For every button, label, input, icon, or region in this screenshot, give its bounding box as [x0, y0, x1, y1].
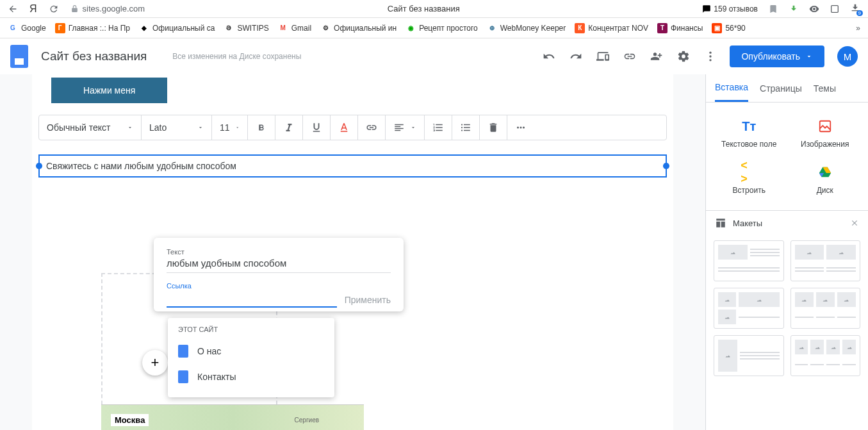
- svg-point-10: [523, 127, 525, 129]
- link-url-input[interactable]: [167, 291, 337, 308]
- map-block[interactable]: Москва Сергиев: [101, 404, 364, 430]
- layout-3[interactable]: [714, 288, 784, 329]
- bookmarks-bar: GGoogle ГГлавная :.: На Пр ◆Официальный …: [0, 18, 868, 38]
- insert-drive[interactable]: Диск: [790, 159, 861, 200]
- bookmarks-more-icon[interactable]: »: [856, 24, 860, 33]
- page-icon: [178, 370, 188, 383]
- embed-icon: < >: [741, 164, 757, 181]
- svg-point-9: [520, 127, 522, 129]
- url-box[interactable]: sites.google.com: [70, 4, 145, 13]
- bookmark-webmoney[interactable]: ⊕WebMoney Keeper: [487, 23, 566, 33]
- bookmark-icon[interactable]: [768, 4, 778, 14]
- font-select[interactable]: Lato: [142, 115, 212, 140]
- insert-textbox[interactable]: ТтТекстовое поле: [714, 113, 785, 154]
- extension-icon[interactable]: [830, 4, 840, 14]
- svg-point-4: [710, 59, 712, 61]
- download-icon[interactable]: [789, 4, 799, 14]
- text-icon: Тт: [741, 118, 757, 135]
- back-icon[interactable]: [8, 4, 18, 14]
- yandex-icon[interactable]: Я: [29, 3, 37, 15]
- cta-button[interactable]: Нажми меня: [51, 78, 167, 103]
- eye-icon[interactable]: [809, 4, 819, 14]
- sites-logo[interactable]: [10, 45, 28, 68]
- insert-embed[interactable]: < >Встроить: [714, 159, 785, 200]
- overflow-icon[interactable]: [515, 122, 527, 133]
- link-text-label: Текст: [167, 248, 391, 256]
- avatar[interactable]: М: [837, 46, 858, 67]
- bookmark-official[interactable]: ◆Официальный са: [139, 23, 215, 33]
- bookmark-gmail[interactable]: MGmail: [278, 23, 311, 33]
- bullet-list-icon[interactable]: [460, 122, 471, 133]
- bookmark-google[interactable]: GGoogle: [8, 23, 46, 33]
- insert-link-icon[interactable]: [366, 122, 377, 133]
- link-popup: Текст любым удобным способом Ссылка Прим…: [154, 238, 404, 311]
- bookmark-finance[interactable]: ТФинансы: [657, 23, 703, 33]
- reload-icon[interactable]: [49, 4, 59, 14]
- tab-themes[interactable]: Темы: [814, 74, 836, 102]
- svg-point-2: [710, 52, 712, 54]
- sidebar: Вставка Страницы Темы ТтТекстовое поле И…: [705, 74, 868, 430]
- bookmark-home[interactable]: ГГлавная :.: На Пр: [55, 23, 130, 33]
- layout-1[interactable]: [714, 240, 784, 281]
- add-fab[interactable]: +: [142, 350, 168, 376]
- layout-2[interactable]: [790, 240, 861, 281]
- textcolor-icon[interactable]: [338, 122, 350, 133]
- bookmark-5690[interactable]: ▣56*90: [712, 23, 745, 33]
- close-icon[interactable]: [850, 219, 859, 227]
- layouts-header[interactable]: Макеты: [706, 210, 868, 235]
- bookmark-official2[interactable]: ⚙Официальный ин: [320, 23, 397, 33]
- canvas: Нажми меня Обычный текст Lato 11 Свяжите…: [0, 74, 705, 430]
- layout-6[interactable]: [790, 335, 861, 376]
- size-select[interactable]: 11: [212, 115, 248, 140]
- reviews[interactable]: 159 отзывов: [702, 4, 758, 13]
- svg-point-8: [517, 127, 519, 129]
- selected-text-block[interactable]: Свяжитесь с нами любым удобным способом: [38, 154, 667, 178]
- settings-icon[interactable]: [677, 50, 690, 63]
- layout-5[interactable]: [714, 335, 784, 376]
- map-city-label: Москва: [111, 414, 149, 426]
- publish-button[interactable]: Опубликовать: [730, 45, 824, 67]
- resize-handle-left[interactable]: [36, 163, 42, 169]
- image-icon: [817, 118, 833, 135]
- browser-toolbar: Я sites.google.com Сайт без названия 159…: [0, 0, 868, 18]
- suggestion-about[interactable]: О нас: [168, 338, 334, 364]
- text-toolbar: Обычный текст Lato 11: [38, 115, 667, 140]
- suggestions-header: ЭТОТ САЙТ: [168, 326, 334, 338]
- underline-icon[interactable]: [311, 122, 322, 133]
- insert-image[interactable]: Изображения: [790, 113, 861, 154]
- share-icon[interactable]: [650, 50, 663, 63]
- svg-rect-0: [831, 5, 839, 12]
- download-badge[interactable]: 9: [850, 3, 860, 15]
- bookmark-switips[interactable]: ƏSWITIPS: [224, 23, 268, 33]
- svg-point-5: [461, 124, 463, 125]
- redo-icon[interactable]: [569, 50, 582, 63]
- svg-point-3: [710, 55, 712, 57]
- map-city-2: Сергиев: [295, 417, 319, 424]
- suggestion-contacts[interactable]: Контакты: [168, 364, 334, 390]
- undo-icon[interactable]: [543, 50, 555, 63]
- bold-icon[interactable]: [256, 122, 267, 133]
- style-select[interactable]: Обычный текст: [39, 115, 142, 140]
- link-icon[interactable]: [623, 50, 636, 63]
- layout-4[interactable]: [790, 288, 861, 329]
- tab-insert[interactable]: Вставка: [715, 74, 748, 102]
- bookmark-nov[interactable]: ККонцентрат NOV: [575, 23, 648, 33]
- italic-icon[interactable]: [283, 122, 295, 133]
- tab-title: Сайт без названия: [156, 4, 691, 13]
- link-url-label: Ссылка: [167, 282, 391, 290]
- delete-icon[interactable]: [487, 122, 499, 133]
- tab-pages[interactable]: Страницы: [760, 74, 802, 102]
- layout-icon: [715, 217, 726, 229]
- page-icon: [178, 345, 188, 358]
- apply-link-button[interactable]: Применить: [345, 295, 391, 308]
- resize-handle-right[interactable]: [663, 163, 669, 169]
- align-select[interactable]: [386, 115, 425, 140]
- more-icon[interactable]: [704, 50, 717, 63]
- devices-icon[interactable]: [596, 50, 609, 63]
- site-title[interactable]: Сайт без названия: [41, 49, 147, 63]
- numbered-list-icon[interactable]: [432, 122, 444, 133]
- bookmark-recipe[interactable]: ◉Рецепт простого: [405, 23, 478, 33]
- link-suggestions: ЭТОТ САЙТ О нас Контакты: [168, 318, 334, 397]
- link-text-value: любым удобным способом: [167, 258, 391, 273]
- save-status: Все изменения на Диске сохранены: [172, 52, 530, 61]
